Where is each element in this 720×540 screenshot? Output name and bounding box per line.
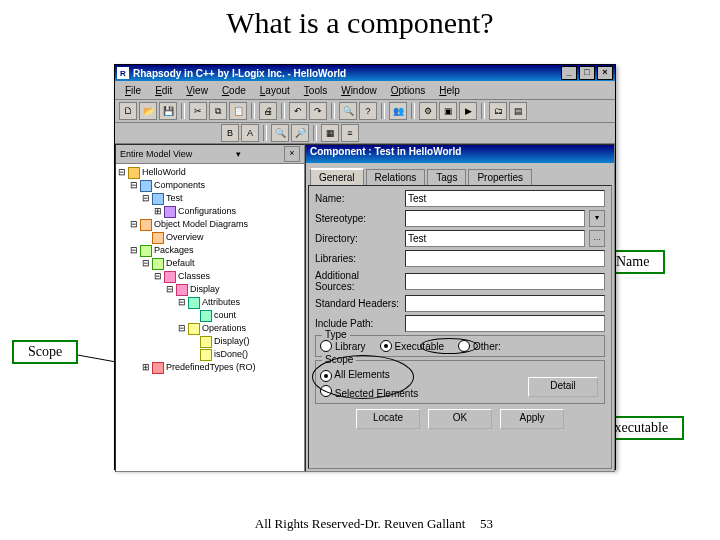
find-icon[interactable]: 🔍 bbox=[339, 102, 357, 120]
folder-icon bbox=[164, 206, 176, 218]
menu-tools[interactable]: Tools bbox=[298, 84, 333, 97]
menu-code[interactable]: Code bbox=[216, 84, 252, 97]
libraries-input[interactable] bbox=[405, 250, 605, 267]
package-icon bbox=[152, 258, 164, 270]
print-icon[interactable]: 🖨 bbox=[259, 102, 277, 120]
close-button[interactable]: × bbox=[597, 66, 613, 80]
browser-close-button[interactable]: × bbox=[284, 146, 300, 162]
model-tree[interactable]: ⊟HelloWorld ⊟Components ⊟Test ⊞Configura… bbox=[116, 164, 304, 471]
align-icon[interactable]: ≡ bbox=[341, 124, 359, 142]
main-toolbar: 🗋 📂 💾 ✂ ⧉ 📋 🖨 ↶ ↷ 🔍 ? 👥 ⚙ ▣ ▶ 🗂 ▤ bbox=[115, 100, 615, 123]
browser-view-label: Entire Model View bbox=[120, 149, 192, 159]
maximize-button[interactable]: □ bbox=[579, 66, 595, 80]
locate-button[interactable]: Locate bbox=[356, 409, 420, 429]
undo-icon[interactable]: ↶ bbox=[289, 102, 307, 120]
stereotype-dropdown-icon[interactable]: ▾ bbox=[589, 210, 605, 227]
package-icon bbox=[152, 362, 164, 374]
zoom-out-icon[interactable]: 🔎 bbox=[291, 124, 309, 142]
app-window: R Rhapsody in C++ by I-Logix Inc. - Hell… bbox=[114, 64, 616, 470]
panel-title: Component : Test in HelloWorld bbox=[306, 145, 614, 163]
tab-general[interactable]: General bbox=[310, 168, 364, 185]
directory-label: Directory: bbox=[315, 233, 401, 244]
diagram-icon bbox=[152, 232, 164, 244]
page-number: 53 bbox=[480, 516, 493, 532]
browser-icon[interactable]: 🗂 bbox=[489, 102, 507, 120]
app-icon: R bbox=[117, 67, 129, 79]
menu-window[interactable]: Window bbox=[335, 84, 383, 97]
cut-icon[interactable]: ✂ bbox=[189, 102, 207, 120]
text-icon[interactable]: A bbox=[241, 124, 259, 142]
incpath-label: Include Path: bbox=[315, 318, 401, 329]
stdhdr-label: Standard Headers: bbox=[315, 298, 401, 309]
callout-scope: Scope bbox=[12, 340, 78, 364]
folder-icon bbox=[140, 245, 152, 257]
bold-icon[interactable]: B bbox=[221, 124, 239, 142]
scope-group: Scope All Elements Selected Elements Det… bbox=[315, 360, 605, 404]
open-icon[interactable]: 📂 bbox=[139, 102, 157, 120]
stereotype-label: Stereotype: bbox=[315, 213, 401, 224]
type-legend: Type bbox=[322, 329, 350, 340]
incpath-input[interactable] bbox=[405, 315, 605, 332]
folder-icon bbox=[188, 323, 200, 335]
output-icon[interactable]: ▤ bbox=[509, 102, 527, 120]
help-icon[interactable]: ? bbox=[359, 102, 377, 120]
copy-icon[interactable]: ⧉ bbox=[209, 102, 227, 120]
detail-button[interactable]: Detail bbox=[528, 377, 598, 397]
tab-relations[interactable]: Relations bbox=[366, 169, 426, 185]
run-icon[interactable]: ▶ bbox=[459, 102, 477, 120]
component-icon bbox=[152, 193, 164, 205]
model-browser: Entire Model View ▾ × ⊟HelloWorld ⊟Compo… bbox=[115, 144, 305, 472]
type-group: Type Library Executable Other: bbox=[315, 335, 605, 357]
addsrc-input[interactable] bbox=[405, 273, 605, 290]
menu-file[interactable]: File bbox=[119, 84, 147, 97]
people-icon[interactable]: 👥 bbox=[389, 102, 407, 120]
type-library-radio[interactable]: Library bbox=[320, 340, 366, 352]
save-icon[interactable]: 💾 bbox=[159, 102, 177, 120]
window-titlebar: R Rhapsody in C++ by I-Logix Inc. - Hell… bbox=[115, 65, 615, 81]
new-icon[interactable]: 🗋 bbox=[119, 102, 137, 120]
zoom-in-icon[interactable]: 🔍 bbox=[271, 124, 289, 142]
menu-bar: File Edit View Code Layout Tools Window … bbox=[115, 81, 615, 100]
slide-title: What is a component? bbox=[0, 6, 720, 40]
dialog-buttons: Locate OK Apply bbox=[315, 407, 605, 431]
slide-footer: All Rights Reserved-Dr. Reuven Gallant bbox=[0, 516, 720, 532]
grid-icon[interactable]: ▦ bbox=[321, 124, 339, 142]
addsrc-label: Additional Sources: bbox=[315, 270, 401, 292]
tab-tags[interactable]: Tags bbox=[427, 169, 466, 185]
apply-button[interactable]: Apply bbox=[500, 409, 564, 429]
menu-view[interactable]: View bbox=[180, 84, 214, 97]
stdhdr-input[interactable] bbox=[405, 295, 605, 312]
operation-icon bbox=[200, 336, 212, 348]
menu-layout[interactable]: Layout bbox=[254, 84, 296, 97]
generate-icon[interactable]: ⚙ bbox=[419, 102, 437, 120]
tab-bar: General Relations Tags Properties bbox=[306, 163, 614, 185]
secondary-toolbar: B A 🔍 🔎 ▦ ≡ bbox=[115, 123, 615, 144]
paste-icon[interactable]: 📋 bbox=[229, 102, 247, 120]
build-icon[interactable]: ▣ bbox=[439, 102, 457, 120]
directory-browse-icon[interactable]: … bbox=[589, 230, 605, 247]
folder-icon bbox=[164, 271, 176, 283]
minimize-button[interactable]: _ bbox=[561, 66, 577, 80]
class-icon bbox=[176, 284, 188, 296]
attribute-icon bbox=[200, 310, 212, 322]
directory-input[interactable] bbox=[405, 230, 585, 247]
operation-icon bbox=[200, 349, 212, 361]
libraries-label: Libraries: bbox=[315, 253, 401, 264]
folder-icon bbox=[188, 297, 200, 309]
general-form: Name: Stereotype: ▾ Directory: … Librari… bbox=[308, 185, 612, 469]
name-input[interactable] bbox=[405, 190, 605, 207]
menu-options[interactable]: Options bbox=[385, 84, 431, 97]
stereotype-input[interactable] bbox=[405, 210, 585, 227]
folder-icon bbox=[128, 167, 140, 179]
folder-icon bbox=[140, 219, 152, 231]
folder-icon bbox=[140, 180, 152, 192]
redo-icon[interactable]: ↷ bbox=[309, 102, 327, 120]
window-title: Rhapsody in C++ by I-Logix Inc. - HelloW… bbox=[133, 68, 346, 79]
menu-help[interactable]: Help bbox=[433, 84, 466, 97]
ok-button[interactable]: OK bbox=[428, 409, 492, 429]
menu-edit[interactable]: Edit bbox=[149, 84, 178, 97]
browser-view-dropdown-icon[interactable]: ▾ bbox=[236, 149, 241, 159]
name-label: Name: bbox=[315, 193, 401, 204]
tab-properties[interactable]: Properties bbox=[468, 169, 532, 185]
properties-panel: Component : Test in HelloWorld General R… bbox=[305, 144, 615, 472]
